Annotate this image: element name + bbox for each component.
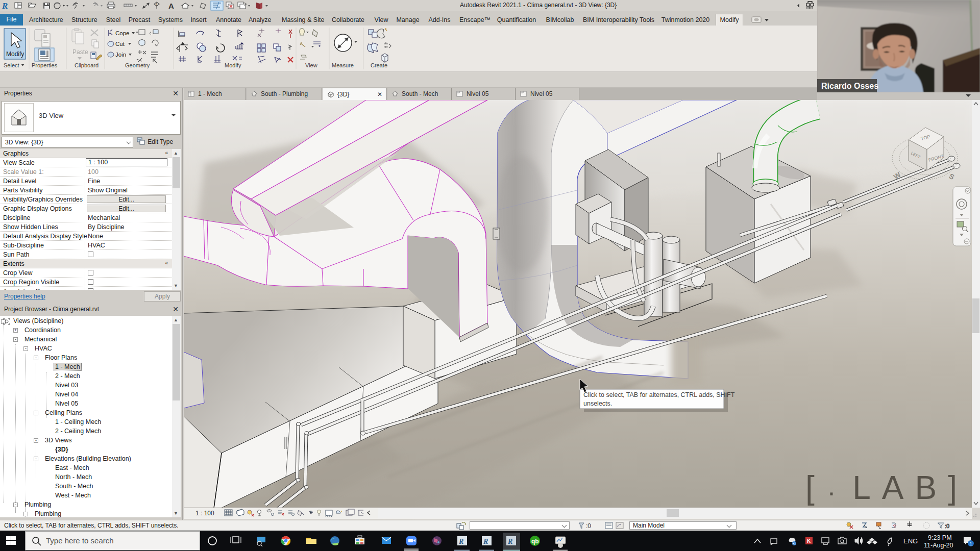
svg-text:Create: Create	[371, 62, 387, 68]
svg-text:Geometry: Geometry	[125, 62, 150, 68]
svg-text:1: 1	[970, 541, 972, 546]
svg-text:Modify: Modify	[225, 62, 241, 68]
svg-text:ENG: ENG	[903, 537, 918, 545]
svg-text::0: :0	[586, 522, 591, 530]
svg-text:Join: Join	[115, 52, 126, 58]
svg-text:R: R	[507, 538, 512, 545]
svg-text:Cut: Cut	[115, 41, 125, 47]
svg-text:R: R	[458, 538, 463, 545]
svg-text:9:23 PM: 9:23 PM	[928, 534, 952, 541]
svg-text:1 : 100: 1 : 100	[195, 510, 214, 517]
svg-text::0: :0	[945, 523, 949, 529]
svg-text:Click to select, TAB for alter: Click to select, TAB for alternates, CTR…	[583, 391, 735, 398]
svg-text:unselects.: unselects.	[583, 400, 612, 407]
svg-text:A: A	[168, 2, 174, 10]
svg-text:Clipboard: Clipboard	[75, 62, 99, 68]
svg-text:Measure: Measure	[332, 62, 354, 68]
svg-text:[.LAB]: [.LAB]	[805, 469, 968, 506]
svg-text:R: R	[483, 538, 488, 545]
svg-text:Modify: Modify	[6, 51, 24, 58]
svg-text:Properties: Properties	[32, 62, 58, 68]
svg-text:View: View	[305, 62, 317, 68]
svg-text:Select: Select	[4, 62, 19, 68]
svg-text:Ricardo Osses: Ricardo Osses	[821, 82, 878, 90]
svg-text:K: K	[807, 538, 811, 544]
svg-text:1: 1	[156, 3, 158, 6]
svg-text:Paste: Paste	[72, 48, 88, 56]
svg-text:R: R	[2, 1, 8, 11]
svg-text:qb: qb	[531, 538, 539, 545]
svg-text:Cope: Cope	[115, 30, 130, 36]
svg-text:11-Aug-20: 11-Aug-20	[924, 542, 953, 549]
